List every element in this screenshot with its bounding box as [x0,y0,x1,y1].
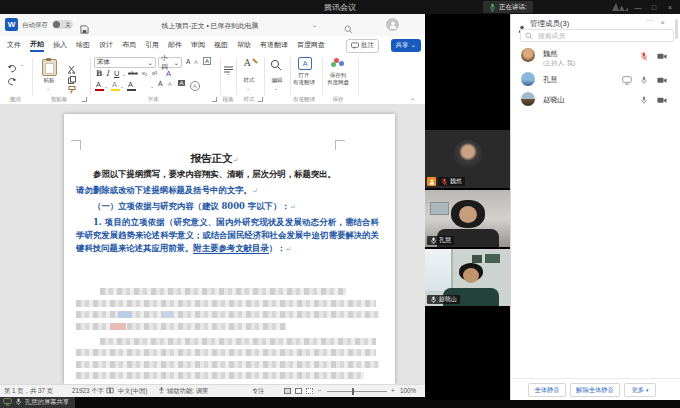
font-color-chevron-icon[interactable]: ⌄ [104,83,108,89]
tab-home[interactable]: 开始 [30,39,44,52]
tab-view[interactable]: 视图 [214,40,228,50]
camera-icon[interactable] [657,95,667,105]
underline-chevron-icon[interactable]: ⌄ [122,71,126,77]
member-search[interactable] [520,29,674,42]
mute-all-button[interactable]: 全体静音 [528,383,566,397]
mic-muted-icon[interactable] [639,51,649,61]
highlight-chevron-icon[interactable]: ⌄ [120,83,124,89]
shrink-font-button[interactable]: A [194,59,198,65]
doc-body-text: 参照以下提纲撰写，要求内容翔实、清晰，层次分明，标题突出。 请勿删除或改动下述提… [76,168,379,258]
font-dialog-launcher[interactable] [212,97,217,102]
title-chevron-icon[interactable]: ⌄ [312,21,317,28]
document-title-bar[interactable]: 线上项目-正文 • 已保存到此电脑 [110,21,310,31]
tab-help[interactable]: 帮助 [237,40,251,50]
panel-more-button[interactable]: ··· [646,17,653,24]
grow-font-button[interactable]: A [186,58,190,65]
close-window-button[interactable]: × [664,1,676,13]
share-button[interactable]: 共享 ⌄ [391,39,421,52]
word-count[interactable]: 21923 个字 [72,387,104,396]
redacted-line [100,288,346,295]
tab-insert[interactable]: 插入 [53,40,67,50]
margin-crop-mark [71,140,81,150]
zoom-slider-thumb[interactable] [352,388,354,395]
bold-button[interactable]: B [96,69,102,78]
member-row[interactable]: 魏然 (主持人, 我) [511,48,680,70]
tab-file[interactable]: 文件 [7,40,21,50]
panel-close-button[interactable]: × [660,18,665,27]
phonetic-guide-button[interactable]: A [166,69,171,78]
undo-chevron-icon[interactable]: ⌄ [20,61,24,67]
camera-icon[interactable] [657,51,667,61]
autosave-label: 自动保存 [22,21,48,30]
user-avatar[interactable] [386,18,399,31]
zoom-level[interactable]: 100% [400,387,416,394]
font-color-button[interactable]: A [96,80,101,89]
zoom-in-button[interactable]: + [391,387,395,394]
superscript-button[interactable]: x² [152,70,157,76]
camera-icon[interactable] [657,75,667,85]
italic-button[interactable]: I [106,69,109,78]
print-layout-icon[interactable] [295,388,302,394]
subscript-button[interactable]: x₂ [142,70,147,76]
member-row[interactable]: 赵晓山 [511,92,680,112]
hidden-format-button[interactable]: A [168,81,172,87]
member-row[interactable]: 孔慧 [511,72,680,92]
char-shading-button[interactable]: A [178,80,185,86]
highlight-button[interactable]: A [112,80,117,89]
unmute-all-button[interactable]: 解除全体静音 [570,383,620,397]
ribbon-separator [358,58,359,95]
font-name-select[interactable]: 宋体 ⌄ [94,57,156,68]
tab-references[interactable]: 引用 [145,40,159,50]
char-border-button[interactable]: A [203,57,211,65]
focus-mode-button[interactable]: 专注 [252,387,265,396]
styles-chevron-icon: ⌄ [246,85,250,91]
scrollbar-thumb[interactable] [675,19,678,39]
video-tile-konghui[interactable]: 孔慧 [425,190,510,247]
tab-draw[interactable]: 绘图 [76,40,90,50]
font-size-select[interactable]: 小四 ⌄ [158,57,182,68]
video-name-label: 孔慧 [427,236,454,245]
read-mode-icon[interactable] [284,388,291,394]
clipboard-dialog-launcher[interactable] [82,97,87,102]
change-case-chevron-icon[interactable]: ⌄ [150,83,154,89]
zoom-slider-track[interactable] [327,391,387,392]
document-page[interactable]: 报告正文↵ 参照以下提纲撰写，要求内容翔实、清晰，层次分明，标题突出。 请勿删除… [64,114,395,384]
enclose-char-button[interactable]: A [190,81,200,91]
tab-design[interactable]: 设计 [99,40,113,50]
paragraph-chevron-icon[interactable]: ⌄ [226,70,230,76]
font-name-chevron-icon: ⌄ [148,59,153,67]
video-tile-weiran[interactable]: 魏然 [425,130,510,188]
text-effects-button[interactable]: A [128,80,133,89]
maximize-button[interactable]: □ [648,1,660,13]
tab-mailings[interactable]: 邮件 [168,40,182,50]
mic-icon[interactable] [639,95,649,105]
document-canvas[interactable]: 报告正文↵ 参照以下提纲撰写，要求内容翔实、清晰，层次分明，标题突出。 请勿删除… [0,104,425,384]
screen-share-icon[interactable] [622,75,632,85]
clear-format-button[interactable]: A [158,80,163,87]
collapse-ribbon-icon[interactable]: ⌄ [410,94,415,101]
minimize-button[interactable]: — [632,1,644,13]
redo-icon[interactable] [7,72,17,90]
proofing-icon[interactable] [106,387,114,395]
tab-youdao[interactable]: 有道翻译 [260,40,288,50]
tab-review[interactable]: 审阅 [191,40,205,50]
accessibility-icon[interactable] [158,387,165,395]
video-tile-zhaoxiaoshan[interactable]: 赵晓山 [425,249,510,306]
accessibility-status[interactable]: 辅助功能: 调查 [167,387,208,396]
styles-dialog-launcher[interactable] [258,97,263,102]
comments-button[interactable]: 批注 [346,39,379,53]
strikethrough-button[interactable]: abc [128,70,138,76]
more-button[interactable]: 更多 ▾ [624,383,656,397]
page-indicator[interactable]: 第 1 页，共 37 页 [4,387,53,396]
screen-share-indicator[interactable]: 孔慧的屏幕共享 [0,396,75,408]
autosave-toggle[interactable]: 关 [52,20,73,29]
zoom-out-button[interactable]: − [318,387,322,394]
underline-button[interactable]: U [114,69,119,78]
language-indicator[interactable]: 中文(中国) [118,387,147,396]
search-input[interactable] [536,31,669,40]
tab-layout[interactable]: 布局 [122,40,136,50]
tab-baidu[interactable]: 百度网盘 [297,40,325,50]
web-layout-icon[interactable] [306,388,313,394]
mic-icon[interactable] [639,75,649,85]
text-effects-bar [127,89,136,91]
